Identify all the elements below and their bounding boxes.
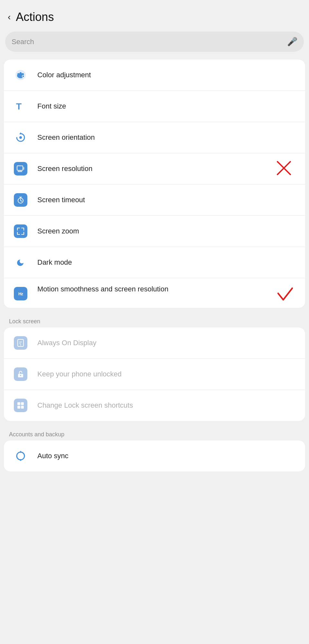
list-item-screen-resolution[interactable]: Screen resolution [4, 153, 305, 185]
moon-icon [13, 255, 28, 270]
svg-point-9 [19, 136, 22, 139]
list-item-always-on-display[interactable]: Always On Display [4, 327, 305, 359]
list-item-motion-smoothness[interactable]: Hz Motion smoothness and screen resoluti… [4, 278, 305, 308]
svg-rect-29 [21, 402, 24, 405]
search-input[interactable]: Search [12, 38, 283, 46]
color-adjustment-label: Color adjustment [37, 71, 296, 80]
lock-shortcuts-label: Change Lock screen shortcuts [37, 401, 296, 410]
display-items-card: Color adjustment T Font size Screen orie… [4, 60, 305, 308]
search-bar[interactable]: Search 🎤 [5, 32, 304, 52]
svg-line-19 [21, 201, 22, 201]
aod-icon [13, 335, 28, 351]
list-item-color-adjustment[interactable]: Color adjustment [4, 60, 305, 91]
svg-point-27 [20, 375, 21, 376]
rotate-icon [13, 130, 28, 145]
list-item-keep-unlocked[interactable]: Keep your phone unlocked [4, 359, 305, 390]
lock-screen-section-label: Lock screen [0, 313, 309, 327]
check-annotation [276, 284, 295, 305]
font-size-label: Font size [37, 102, 296, 111]
dark-mode-label: Dark mode [37, 258, 296, 267]
keep-unlocked-label: Keep your phone unlocked [37, 370, 296, 379]
unlock-icon [13, 366, 28, 382]
motion-smoothness-label: Motion smoothness and screen resolution [37, 285, 296, 294]
list-item-lock-shortcuts[interactable]: Change Lock screen shortcuts [4, 390, 305, 421]
svg-point-25 [20, 345, 21, 346]
svg-point-6 [23, 76, 24, 77]
header: ‹ Actions [0, 0, 309, 32]
svg-point-4 [22, 73, 24, 75]
page-title: Actions [16, 10, 54, 24]
svg-rect-11 [23, 167, 24, 170]
accounts-card: Auto sync [4, 440, 305, 471]
palette-icon [13, 67, 28, 83]
svg-point-3 [20, 72, 22, 74]
resolution-icon [13, 161, 28, 176]
screen-timeout-label: Screen timeout [37, 195, 296, 205]
timeout-icon [13, 192, 28, 208]
svg-rect-28 [17, 402, 20, 405]
font-icon: T [13, 99, 28, 114]
screen-orientation-label: Screen orientation [37, 133, 296, 142]
svg-rect-10 [17, 166, 23, 170]
list-item-screen-orientation[interactable]: Screen orientation [4, 122, 305, 153]
screen-resolution-label: Screen resolution [37, 164, 296, 174]
auto-sync-label: Auto sync [37, 451, 296, 461]
sync-icon [13, 448, 28, 464]
list-item-screen-zoom[interactable]: Screen zoom [4, 216, 305, 247]
accounts-section-label: Accounts and backup [0, 426, 309, 440]
always-on-display-label: Always On Display [37, 338, 296, 348]
zoom-icon [13, 223, 28, 239]
screen-zoom-label: Screen zoom [37, 227, 296, 236]
hz-icon: Hz [13, 286, 28, 301]
svg-text:T: T [16, 101, 22, 111]
back-button[interactable]: ‹ [8, 12, 11, 22]
svg-point-2 [17, 73, 19, 75]
mic-icon[interactable]: 🎤 [287, 37, 297, 47]
lock-screen-card: Always On Display Keep your phone unlock… [4, 327, 305, 421]
svg-rect-30 [17, 406, 20, 409]
x-annotation [274, 158, 294, 179]
list-item-auto-sync[interactable]: Auto sync [4, 440, 305, 471]
list-item-dark-mode[interactable]: Dark mode [4, 247, 305, 278]
list-item-font-size[interactable]: T Font size [4, 91, 305, 122]
list-item-screen-timeout[interactable]: Screen timeout [4, 185, 305, 216]
svg-rect-22 [18, 339, 23, 346]
search-container: Search 🎤 [0, 32, 309, 60]
shortcuts-icon [13, 398, 28, 413]
svg-rect-31 [21, 406, 24, 409]
